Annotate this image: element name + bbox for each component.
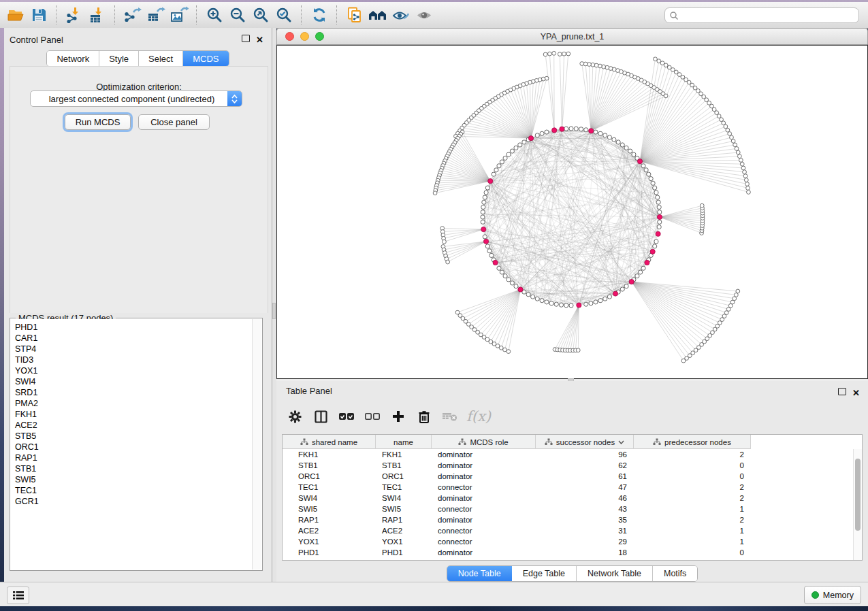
search-field[interactable] (664, 7, 859, 23)
zoom-in-icon[interactable] (203, 5, 226, 25)
column-header-MCDS-role[interactable]: MCDS role (432, 435, 536, 449)
tab-edge-table[interactable]: Edge Table (512, 566, 577, 581)
cell-name: PHD1 (376, 548, 432, 557)
zoom-out-icon[interactable] (226, 5, 249, 25)
save-session-icon[interactable] (27, 5, 50, 25)
search-input[interactable] (682, 10, 854, 21)
table-toolbar: f(x) (282, 401, 863, 431)
cell-name: ORC1 (376, 472, 432, 480)
column-header-shared-name[interactable]: shared name (283, 435, 376, 449)
export-table-icon[interactable] (144, 5, 167, 25)
hide-selected-icon[interactable] (389, 5, 413, 25)
splitter-handle[interactable] (272, 303, 276, 319)
mcds-result-item[interactable]: FKH1 (15, 409, 253, 420)
open-file-icon[interactable] (4, 5, 27, 25)
control-panel-float-button[interactable] (242, 35, 250, 42)
mcds-result-list: PHD1CAR1STP4TID3YOX1SWI4SRD1PMA2FKH1ACE2… (11, 319, 253, 569)
cell-successor-nodes: 43 (536, 505, 634, 513)
cell-name: RAP1 (376, 516, 432, 524)
mcds-result-item[interactable]: STB1 (15, 463, 253, 474)
export-network-icon[interactable] (121, 5, 144, 25)
mcds-result-item[interactable]: PMA2 (15, 398, 253, 409)
cell-successor-nodes: 18 (536, 548, 634, 557)
tab-network[interactable]: Network (47, 51, 99, 66)
toolbar-separator (114, 5, 116, 24)
tab-mcds[interactable]: MCDS (183, 51, 228, 66)
create-column-icon[interactable] (385, 404, 411, 429)
cell-predecessor-nodes: 2 (634, 516, 751, 524)
network-canvas[interactable] (276, 45, 868, 379)
tab-select[interactable]: Select (139, 51, 183, 66)
mcds-result-item[interactable]: STB5 (15, 431, 253, 442)
desktop-wallpaper-bottom (0, 606, 868, 611)
tab-network-table[interactable]: Network Table (577, 566, 653, 581)
table-row[interactable]: FKH1FKH1dominator962 (283, 449, 854, 460)
cell-predecessor-nodes: 1 (634, 527, 751, 535)
cell-successor-nodes: 31 (536, 527, 634, 535)
tab-motifs[interactable]: Motifs (653, 566, 697, 581)
mcds-result-scrollbar[interactable] (252, 319, 261, 569)
close-panel-button[interactable]: Close panel (138, 114, 210, 130)
import-table-icon[interactable] (86, 5, 109, 25)
mcds-result-item[interactable]: STP4 (15, 344, 253, 354)
select-all-icon[interactable] (334, 404, 359, 429)
table-row[interactable]: ORC1ORC1dominator610 (283, 471, 854, 482)
mcds-result-item[interactable]: RAP1 (15, 452, 253, 463)
table-row[interactable]: SWI5SWI5connector431 (283, 503, 854, 514)
mcds-result-item[interactable]: ORC1 (15, 442, 253, 452)
column-header-successor-nodes[interactable]: successor nodes (536, 435, 634, 449)
cell-successor-nodes: 46 (536, 494, 634, 502)
cell-shared-name: FKH1 (283, 450, 376, 459)
show-all-icon[interactable] (413, 5, 436, 25)
tab-style[interactable]: Style (99, 51, 139, 66)
mcds-result-item[interactable]: TEC1 (15, 485, 253, 496)
zoom-fit-icon[interactable] (249, 5, 272, 25)
mcds-result-item[interactable]: SWI4 (15, 376, 253, 387)
cell-predecessor-nodes: 0 (634, 461, 751, 469)
network-window-titlebar[interactable]: YPA_prune.txt_1 (276, 28, 868, 45)
table-row[interactable]: TEC1TEC1connector472 (283, 482, 854, 493)
table-row[interactable]: RAP1RAP1dominator352 (283, 514, 854, 525)
export-image-icon[interactable] (167, 5, 191, 25)
cell-shared-name: PHD1 (283, 548, 376, 557)
table-scrollbar-thumb[interactable] (855, 459, 861, 531)
mcds-result-item[interactable]: TID3 (15, 354, 253, 365)
table-panel-float-button[interactable] (838, 388, 846, 395)
zoom-selected-icon[interactable] (272, 5, 295, 25)
run-mcds-button[interactable]: Run MCDS (65, 114, 131, 130)
table-row[interactable]: YOX1YOX1connector291 (283, 536, 854, 547)
mcds-result-item[interactable]: PHD1 (15, 322, 253, 333)
mcds-result-item[interactable]: SWI5 (15, 474, 253, 485)
control-panel-close-button[interactable]: ✕ (256, 33, 263, 46)
refresh-icon[interactable] (308, 5, 331, 25)
mcds-result-item[interactable]: ACE2 (15, 420, 253, 431)
show-column-panel-icon[interactable] (308, 404, 334, 429)
show-panel-list-button[interactable] (7, 587, 29, 604)
import-network-icon[interactable] (63, 5, 86, 25)
first-neighbors-icon[interactable] (366, 5, 389, 25)
mcds-result-item[interactable]: GCR1 (15, 496, 253, 507)
table-scrollbar[interactable] (853, 449, 862, 560)
memory-button[interactable]: Memory (804, 586, 861, 604)
status-bar: Memory (0, 582, 868, 606)
cell-successor-nodes: 61 (536, 472, 634, 480)
mcds-result-item[interactable]: SRD1 (15, 387, 253, 398)
mcds-result-item[interactable]: YOX1 (15, 365, 253, 376)
column-header-predecessor-nodes[interactable]: predecessor nodes (634, 435, 751, 449)
clone-network-icon[interactable] (343, 5, 366, 25)
table-row[interactable]: ACE2ACE2connector311 (283, 525, 854, 536)
table-row[interactable]: SWI4SWI4dominator462 (283, 493, 854, 503)
cell-MCDS-role: connector (432, 483, 536, 491)
optimization-criterion-select[interactable]: largest connected component (undirected) (30, 90, 242, 107)
table-row[interactable]: STB1STB1dominator620 (283, 460, 854, 471)
selected-criterion: largest connected component (undirected) (31, 94, 227, 104)
mcds-result-item[interactable]: CAR1 (15, 333, 253, 344)
shared-column-icon (653, 438, 661, 446)
delete-column-icon[interactable] (411, 404, 437, 429)
table-settings-icon[interactable] (282, 404, 308, 429)
table-row[interactable]: PHD1PHD1dominator180 (283, 547, 854, 558)
deselect-all-icon[interactable] (359, 404, 385, 429)
column-header-name[interactable]: name (376, 435, 432, 449)
table-panel-close-button[interactable]: ✕ (852, 386, 860, 399)
tab-node-table[interactable]: Node Table (447, 566, 512, 581)
